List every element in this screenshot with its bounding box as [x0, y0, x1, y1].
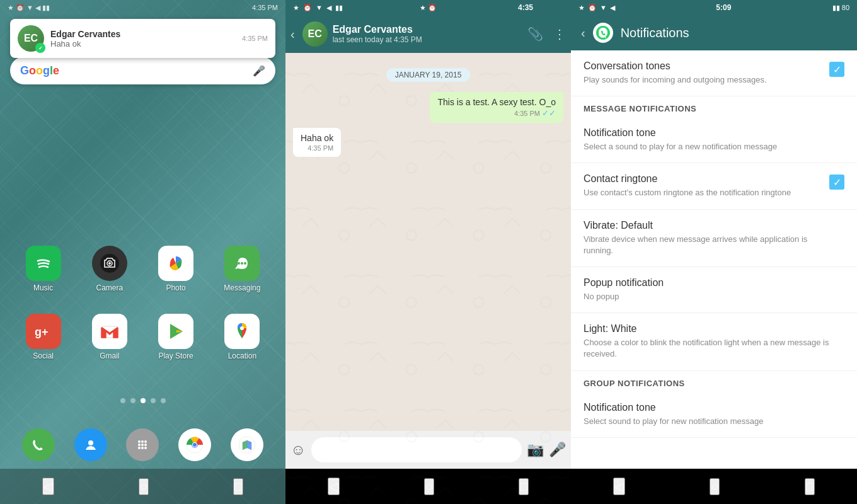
setting-notification-tone[interactable]: Notification tone Select a sound to play… — [571, 117, 857, 163]
notif-recent-nav[interactable]: □ — [805, 478, 815, 495]
dot-3[interactable] — [141, 398, 146, 403]
mic-button[interactable]: 🎤 — [549, 442, 566, 458]
setting-popup-text: Popup notification No popup — [584, 277, 834, 302]
svg-point-36 — [193, 443, 197, 447]
whatsapp-icon — [593, 23, 613, 43]
google-search-bar[interactable]: Google 🎤 — [10, 57, 275, 84]
svg-point-26 — [144, 440, 147, 443]
notification-tone-desc: Select a sound to play for a new notific… — [584, 141, 834, 152]
app-gmail[interactable]: Gmail — [79, 314, 140, 360]
chat-back-nav[interactable]: ◁ — [328, 478, 340, 495]
chat-header: ‹ EC Edgar Cervantes last seen today at … — [285, 15, 571, 53]
chat-status-center: ★ ⏰ — [420, 4, 437, 12]
svg-point-22 — [88, 440, 93, 445]
conversation-tones-desc: Play sounds for incoming and outgoing me… — [584, 74, 819, 86]
more-options-icon[interactable]: ⋮ — [553, 26, 566, 42]
chat-contact-info[interactable]: Edgar Cervantes last seen today at 4:35 … — [333, 24, 522, 44]
setting-conversation-tones[interactable]: Conversation tones Play sounds for incom… — [571, 50, 857, 96]
mic-icon[interactable]: 🎤 — [253, 65, 265, 77]
message-ticks: ✓✓ — [542, 108, 556, 118]
setting-group-tone-text: Notification tone Select sound to play f… — [584, 402, 834, 427]
chat-back-button[interactable]: ‹ — [290, 27, 295, 42]
chat-last-seen: last seen today at 4:35 PM — [333, 35, 522, 44]
chat-home-nav[interactable]: ○ — [424, 478, 434, 495]
dock-maps[interactable] — [231, 428, 263, 461]
conversation-tones-checkbox[interactable]: ✓ — [829, 62, 844, 77]
notif-home-nav[interactable]: ○ — [710, 478, 720, 495]
vibrate-title: Vibrate: Default — [584, 220, 834, 231]
message-meta: 4:35 PM — [301, 144, 333, 152]
message-sent-1: This is a test. A sexy test. O_o 4:35 PM… — [430, 92, 563, 123]
message-received-1: Haha ok 4:35 PM — [293, 128, 341, 157]
apps-grid-row2: g+ Social Gmail — [0, 314, 285, 360]
app-photo[interactable]: Photo — [146, 246, 207, 292]
setting-light[interactable]: Light: White Choose a color to blink the… — [571, 313, 857, 370]
dock-chrome[interactable] — [178, 428, 211, 461]
dot-2[interactable] — [130, 398, 135, 403]
photo-label: Photo — [166, 284, 185, 292]
chat-messages: JANUARY 19, 2015 This is a test. A sexy … — [285, 53, 571, 431]
gmail-icon — [92, 314, 127, 349]
setting-light-text: Light: White Choose a color to blink the… — [584, 323, 834, 360]
emoji-button[interactable]: ☺ — [290, 441, 306, 459]
chat-status-icons: ★⏰▼◀▮▮ — [293, 4, 343, 12]
app-location[interactable]: Location — [212, 314, 273, 360]
app-playstore[interactable]: Play Store — [146, 314, 207, 360]
chat-recent-nav[interactable]: □ — [519, 478, 529, 495]
contact-ringtone-checkbox[interactable]: ✓ — [829, 175, 844, 190]
app-camera[interactable]: Camera — [79, 246, 140, 292]
google-logo: Google — [20, 64, 59, 77]
home-status-icons-left: ★ ⏰ ▼ ◀ ▮▮ — [8, 4, 50, 12]
chat-status-time: 4:35 — [518, 3, 533, 12]
popup-title: Popup notification — [584, 277, 834, 289]
chat-nav-bar: ◁ ○ □ — [285, 469, 571, 504]
notif-status-icons-right: ▮▮ 80 — [832, 4, 849, 12]
music-icon — [26, 246, 61, 281]
notif-time: 4:35 PM — [242, 35, 268, 42]
dot-5[interactable] — [161, 398, 166, 403]
vibrate-desc: Vibrate device when new message arrives … — [584, 234, 834, 256]
setting-popup-notification[interactable]: Popup notification No popup — [571, 267, 857, 313]
home-status-bar: ★ ⏰ ▼ ◀ ▮▮ 4:35 PM — [0, 0, 285, 15]
group-tone-desc: Select sound to play for new notificatio… — [584, 416, 834, 427]
dot-1[interactable] — [120, 398, 125, 403]
message-input[interactable] — [311, 437, 522, 462]
notif-back-button[interactable]: ‹ — [581, 26, 585, 40]
home-nav-bar: ◁ ○ □ — [0, 469, 285, 504]
dot-4[interactable] — [151, 398, 156, 403]
dock — [0, 423, 285, 466]
apps-grid-row1: Music Camera — [0, 246, 285, 292]
notification-card[interactable]: EC ✓ Edgar Cervantes Haha ok 4:35 PM — [10, 19, 275, 58]
social-label: Social — [33, 352, 54, 360]
setting-group-notification-tone[interactable]: Notification tone Select sound to play f… — [571, 392, 857, 438]
chat-screen: ★⏰▼◀▮▮ ★ ⏰ 4:35 ‹ EC Edgar Cervantes las… — [285, 0, 571, 504]
recent-button[interactable]: □ — [233, 478, 243, 495]
setting-notification-tone-text: Notification tone Select a sound to play… — [584, 127, 834, 152]
chat-contact-avatar[interactable]: EC — [302, 21, 328, 47]
chat-status-bar: ★⏰▼◀▮▮ ★ ⏰ 4:35 — [285, 0, 571, 15]
dock-contacts[interactable] — [74, 428, 107, 461]
svg-point-32 — [144, 447, 147, 449]
home-button[interactable]: ○ — [139, 478, 149, 495]
setting-contact-ringtone[interactable]: Contact ringtone Use contact's custom ri… — [571, 163, 857, 209]
light-title: Light: White — [584, 323, 834, 335]
app-messaging[interactable]: Messaging — [212, 246, 273, 292]
app-music[interactable]: Music — [13, 246, 74, 292]
back-button[interactable]: ◁ — [42, 478, 54, 495]
setting-vibrate[interactable]: Vibrate: Default Vibrate device when new… — [571, 210, 857, 267]
camera-button[interactable]: 📷 — [527, 442, 544, 458]
dock-phone[interactable] — [22, 428, 55, 461]
attachment-icon[interactable]: 📎 — [527, 26, 543, 42]
svg-point-11 — [241, 262, 243, 265]
notif-status-icons-left: ★⏰▼◀ — [578, 4, 615, 12]
app-social[interactable]: g+ Social — [13, 314, 74, 360]
notif-sender-name: Edgar Cervantes — [50, 29, 236, 39]
svg-point-12 — [244, 262, 246, 265]
notif-back-nav[interactable]: ◁ — [613, 478, 625, 495]
setting-contact-ringtone-text: Contact ringtone Use contact's custom ri… — [584, 173, 819, 198]
dock-apps[interactable] — [126, 428, 159, 461]
home-status-time: 4:35 PM — [252, 4, 278, 11]
svg-point-28 — [141, 444, 144, 446]
contact-ringtone-desc: Use contact's custom ringtone as the not… — [584, 187, 819, 198]
social-icon: g+ — [26, 314, 61, 349]
